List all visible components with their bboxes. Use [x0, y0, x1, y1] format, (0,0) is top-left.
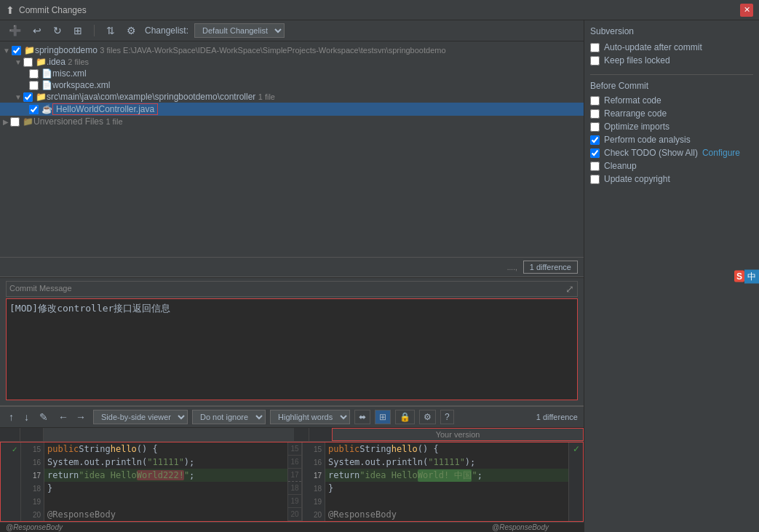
- tree-item-idea[interactable]: ▼ 📁 .idea 2 files: [0, 56, 584, 68]
- code-line: }: [44, 482, 287, 495]
- xml-icon: 📄: [41, 68, 52, 79]
- commit-message-section: Commit Message ⤢ [MOD]修改controller接口返回信息: [0, 277, 584, 405]
- collapse-btn[interactable]: ⬌: [354, 410, 370, 424]
- diff-line-numbers-right: 15 16 17 18 19 20: [302, 442, 325, 521]
- cleanup-checkbox[interactable]: [590, 162, 600, 171]
- commit-message-label: Commit Message: [9, 284, 72, 293]
- highlight-select[interactable]: Highlight words: [270, 410, 350, 424]
- rearrange-checkbox[interactable]: [590, 109, 600, 119]
- diff-divider: 15 16 17 18 19 20: [287, 442, 302, 521]
- diff-help-btn[interactable]: ?: [440, 410, 454, 424]
- line-num: 19: [21, 495, 44, 508]
- expand-message-btn[interactable]: ⤢: [565, 283, 574, 295]
- your-version-label: Your version: [332, 428, 584, 441]
- add-button[interactable]: ➕: [6, 23, 24, 38]
- toolbar-separator: [94, 25, 95, 36]
- configure-link[interactable]: Configure: [702, 148, 740, 158]
- folder-icon: 📁: [36, 57, 47, 67]
- xml-icon: 📄: [41, 80, 52, 90]
- undo-button[interactable]: ↩: [30, 23, 44, 38]
- diff-settings-btn[interactable]: ⚙: [419, 410, 436, 424]
- sync-btn[interactable]: ⊞: [375, 410, 391, 424]
- toolbar: ➕ ↩ ↻ ⊞ ⇅ ⚙ Changelist: Default Changeli…: [0, 20, 584, 41]
- diff-up-btn[interactable]: ↑: [6, 410, 17, 424]
- ignore-select[interactable]: Do not ignore: [192, 410, 266, 424]
- sogou-badge: S 中: [734, 269, 759, 283]
- checkbox-springbootdemo[interactable]: [12, 46, 21, 55]
- keep-locked-label: Keep files locked: [604, 55, 670, 65]
- sogou-s-icon: S: [734, 271, 744, 282]
- diff-edit-btn[interactable]: ✎: [36, 410, 51, 424]
- update-copyright-label: Update copyright: [604, 174, 670, 184]
- diff-section: ↑ ↓ ✎ ← → Side-by-side viewer Do not ign…: [0, 405, 584, 532]
- folder-icon: 📁: [24, 45, 35, 55]
- optimize-checkbox[interactable]: [590, 122, 600, 132]
- left-panel: ➕ ↩ ↻ ⊞ ⇅ ⚙ Changelist: Default Changeli…: [0, 20, 584, 532]
- tree-item-springbootdemo[interactable]: ▼ 📁 springbootdemo 3 files E:\JAVA-WorkS…: [0, 44, 584, 56]
- code-analysis-checkbox[interactable]: [590, 135, 600, 145]
- cleanup-label: Cleanup: [604, 161, 637, 171]
- tree-item-hello-controller[interactable]: ☕ HelloWorldController.java: [0, 103, 584, 116]
- checkbox-unversioned[interactable]: [10, 117, 20, 127]
- update-copyright-row: Update copyright: [590, 174, 753, 184]
- nav-arrows: ← →: [55, 410, 89, 424]
- lock-btn[interactable]: 🔒: [395, 410, 415, 424]
- changelist-label: Changelist:: [145, 25, 188, 36]
- rearrange-row: Rearrange code: [590, 108, 753, 119]
- cleanup-row: Cleanup: [590, 161, 753, 171]
- check-todo-row: Check TODO (Show All) Configure: [590, 148, 753, 158]
- title-bar: ⬆ Commit Changes ✕: [0, 0, 759, 20]
- arrow-icon: ▶: [3, 118, 9, 126]
- settings-button[interactable]: ⚙: [124, 23, 139, 38]
- changelist-select[interactable]: Default Changelist: [194, 23, 285, 38]
- modified-badge-row: ...., 1 difference: [0, 257, 584, 277]
- refresh-button[interactable]: ↻: [50, 23, 65, 38]
- update-copyright-checkbox[interactable]: [590, 175, 600, 184]
- svn-title: Subversion: [590, 26, 753, 36]
- diff-forward-btn[interactable]: →: [73, 410, 89, 424]
- right-panel: Subversion Auto-update after commit Keep…: [584, 20, 759, 532]
- expand-button[interactable]: ⇅: [103, 23, 118, 38]
- item-label: springbootdemo 3 files E:\JAVA-WorkSpace…: [35, 45, 446, 55]
- commit-message-input[interactable]: [MOD]修改controller接口返回信息: [6, 298, 578, 400]
- window-title: Commit Changes: [19, 5, 87, 15]
- modified-tag: 1 difference: [523, 261, 578, 274]
- optimize-row: Optimize imports: [590, 122, 753, 132]
- arrow-icon: ▼: [15, 58, 22, 66]
- divider-label: [294, 428, 309, 441]
- checkbox-misc[interactable]: [29, 69, 39, 79]
- diff-down-btn[interactable]: ↓: [21, 410, 32, 424]
- keep-locked-row: Keep files locked: [590, 55, 753, 65]
- viewer-select[interactable]: Side-by-side viewer: [93, 410, 188, 424]
- code-line: System.out.println( "11111" );: [44, 456, 287, 469]
- code-line-modified: return "idea Hello World! 中国" ;: [325, 469, 568, 482]
- gutter-label: [0, 428, 20, 441]
- tree-item-controller-dir[interactable]: ▼ 📁 src\main\java\com\example\springboot…: [0, 91, 584, 103]
- diff-back-btn[interactable]: ←: [55, 410, 71, 424]
- line-num: 20: [303, 508, 325, 521]
- line-num: 15: [21, 442, 44, 456]
- line-num: 20: [21, 508, 44, 521]
- folder-icon: 📁: [36, 92, 47, 102]
- tree-item-workspace[interactable]: 📄 workspace.xml: [0, 79, 584, 91]
- code-line: [44, 495, 287, 508]
- keep-locked-checkbox[interactable]: [590, 56, 600, 65]
- tree-item-misc[interactable]: 📄 misc.xml: [0, 68, 584, 79]
- auto-update-label: Auto-update after commit: [604, 42, 702, 52]
- move-button[interactable]: ⊞: [71, 23, 85, 38]
- tree-item-unversioned[interactable]: ▶ 📁 Unversioned Files 1 file: [0, 116, 584, 127]
- gutter-row: ✓: [1, 442, 20, 456]
- code-line: public String hello () {: [44, 442, 287, 456]
- line-num: 16: [21, 456, 44, 469]
- checkbox-idea[interactable]: [23, 57, 33, 67]
- line-num: 17: [21, 469, 44, 482]
- reformat-checkbox[interactable]: [590, 96, 600, 106]
- checkbox-workspace[interactable]: [29, 81, 39, 90]
- sogou-zh-icon: 中: [744, 269, 759, 283]
- left-panel-label: [44, 428, 294, 441]
- checkbox-controller-dir[interactable]: [23, 92, 33, 102]
- checkbox-hello-controller[interactable]: [29, 105, 39, 114]
- auto-update-checkbox[interactable]: [590, 43, 600, 52]
- check-todo-checkbox[interactable]: [590, 148, 600, 158]
- close-button[interactable]: ✕: [740, 4, 753, 17]
